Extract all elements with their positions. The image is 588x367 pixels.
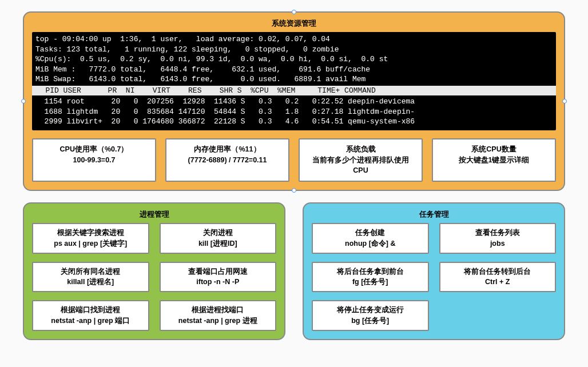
term-line: top - 09:04:00 up 1:36, 1 user, load ave…: [35, 35, 330, 43]
process-card: 根据进程找端口 netstat -anp | grep 进程: [160, 300, 277, 331]
task-card: 将后台任务拿到前台 fg [任务号]: [312, 262, 429, 293]
cmd-label: 关闭进程: [163, 228, 273, 238]
cpu-count-card: 系统CPU数量 按大键盘1键显示详细: [432, 138, 556, 182]
cpu-usage-card: CPU使用率（%0.7） 100-99.3=0.7: [32, 138, 156, 182]
term-process-row: 2999 libvirt+ 20 0 1764680 366872 22128 …: [35, 117, 415, 126]
task-card: 将停止任务变成运行 bg [任务号]: [312, 300, 429, 331]
process-panel-title: 进程管理: [32, 209, 276, 220]
card-title: 系统CPU数量: [436, 144, 551, 155]
process-card: 关闭进程 kill [进程ID]: [160, 223, 277, 254]
cmd-text: kill [进程ID]: [163, 238, 273, 249]
cmd-label: 任务创建: [315, 228, 426, 238]
cmd-label: 根据关键字搜索进程: [35, 228, 146, 238]
term-line: MiB Swap: 6143.0 total, 6143.0 free, 0.0…: [35, 75, 365, 83]
term-line: Tasks: 123 total, 1 running, 122 sleepin…: [35, 45, 339, 54]
process-cmd-grid: 根据关键字搜索进程 ps aux | grep [关键字] 关闭进程 kill …: [32, 223, 276, 331]
task-empty-slot: [439, 300, 557, 331]
cmd-label: 根据进程找端口: [163, 305, 273, 316]
process-card: 关闭所有同名进程 killall [进程名]: [32, 262, 149, 293]
card-detail: 当前有多少个进程再排队使用: [303, 155, 418, 166]
selection-handle: [292, 188, 296, 193]
term-line: MiB Mem : 7772.0 total, 6448.4 free, 632…: [35, 65, 370, 74]
card-detail: 按大键盘1键显示详细: [436, 155, 551, 166]
cmd-text: fg [任务号]: [315, 277, 426, 288]
bottom-panels: 进程管理 根据关键字搜索进程 ps aux | grep [关键字] 关闭进程 …: [23, 202, 565, 340]
task-cmd-grid: 任务创建 nohup [命令] & 查看任务列表 jobs 将后台任务拿到前台 …: [312, 223, 556, 331]
selection-handle: [562, 99, 567, 103]
mem-usage-card: 内存使用率（%11） (7772-6889) / 7772=0.11: [165, 138, 289, 182]
process-card: 根据端口找到进程 netstat -anp | grep 端口: [32, 300, 149, 331]
cmd-label: 将前台任务转到后台: [443, 266, 553, 277]
cmd-text: nohup [命令] &: [315, 238, 426, 249]
system-panel-title: 系统资源管理: [32, 18, 556, 29]
task-panel-title: 任务管理: [312, 209, 556, 220]
cmd-text: netstat -anp | grep 端口: [35, 316, 146, 326]
system-resource-panel: 系统资源管理 top - 09:04:00 up 1:36, 1 user, l…: [23, 11, 565, 191]
card-detail: (7772-6889) / 7772=0.11: [170, 155, 285, 166]
card-title: CPU使用率（%0.7）: [37, 144, 152, 155]
process-card: 查看端口占用网速 iftop -n -N -P: [160, 262, 277, 293]
cmd-text: ps aux | grep [关键字]: [35, 238, 146, 249]
cmd-text: netstat -anp | grep 进程: [163, 316, 273, 326]
cmd-label: 查看任务列表: [443, 228, 553, 238]
cmd-label: 将后台任务拿到前台: [315, 266, 426, 277]
card-title: 系统负载: [303, 144, 418, 155]
load-card: 系统负载 当前有多少个进程再排队使用 CPU: [299, 138, 423, 182]
card-detail: CPU: [303, 165, 418, 176]
cmd-text: Ctrl + Z: [443, 277, 553, 288]
task-card: 将前台任务转到后台 Ctrl + Z: [439, 262, 557, 293]
card-detail: 100-99.3=0.7: [37, 155, 152, 166]
task-panel: 任务管理 任务创建 nohup [命令] & 查看任务列表 jobs 将后台任务…: [303, 202, 565, 340]
cmd-text: jobs: [443, 238, 553, 249]
selection-handle: [21, 99, 26, 103]
task-card: 任务创建 nohup [命令] &: [312, 223, 429, 254]
cmd-text: killall [进程名]: [35, 277, 146, 288]
term-line: %Cpu(s): 0.5 us, 0.2 sy, 0.0 ni, 99.3 id…: [35, 55, 388, 63]
top-terminal-output: top - 09:04:00 up 1:36, 1 user, load ave…: [32, 32, 556, 130]
process-panel: 进程管理 根据关键字搜索进程 ps aux | grep [关键字] 关闭进程 …: [23, 202, 285, 340]
process-card: 根据关键字搜索进程 ps aux | grep [关键字]: [32, 223, 149, 254]
term-process-row: 1688 lightdm 20 0 835684 147120 54844 S …: [35, 107, 415, 116]
cmd-label: 根据端口找到进程: [35, 305, 146, 316]
term-process-row: 1154 root 20 0 207256 12928 11436 S 0.3 …: [35, 97, 415, 106]
cmd-label: 将停止任务变成运行: [315, 305, 426, 316]
card-title: 内存使用率（%11）: [170, 144, 285, 155]
cmd-label: 关闭所有同名进程: [35, 266, 146, 277]
term-process-header: PID USER PR NI VIRT RES SHR S %CPU %MEM …: [32, 86, 556, 96]
cmd-label: 查看端口占用网速: [163, 266, 273, 277]
system-info-cards: CPU使用率（%0.7） 100-99.3=0.7 内存使用率（%11） (77…: [32, 138, 556, 182]
cmd-text: iftop -n -N -P: [163, 277, 273, 288]
cmd-text: bg [任务号]: [315, 316, 426, 326]
selection-handle: [292, 10, 296, 14]
task-card: 查看任务列表 jobs: [439, 223, 557, 254]
